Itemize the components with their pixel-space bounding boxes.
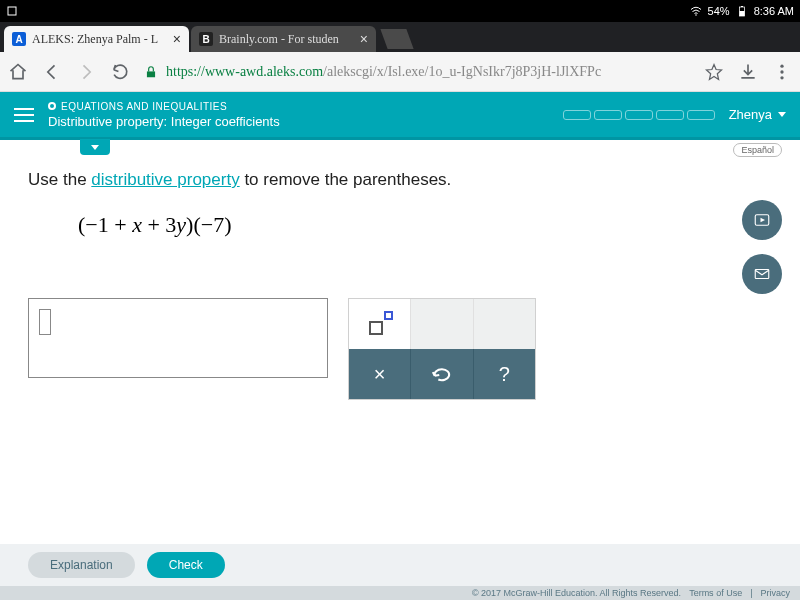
breadcrumb-text: EQUATIONS AND INEQUALITIES bbox=[61, 101, 227, 112]
privacy-link[interactable]: Privacy bbox=[760, 588, 790, 598]
browser-address-bar: https://www-awd.aleks.com/alekscgi/x/Isl… bbox=[0, 52, 800, 92]
clear-button[interactable]: × bbox=[349, 349, 411, 399]
action-bar: Explanation Check bbox=[0, 544, 800, 586]
mail-icon bbox=[753, 265, 771, 283]
close-tab-icon[interactable]: × bbox=[173, 31, 181, 47]
video-help-button[interactable] bbox=[742, 200, 782, 240]
lock-icon bbox=[144, 65, 158, 79]
breadcrumb: EQUATIONS AND INEQUALITIES bbox=[48, 101, 549, 112]
battery-percent: 54% bbox=[708, 5, 730, 17]
toolbox-empty-cell bbox=[411, 299, 473, 349]
bookmark-star-icon[interactable] bbox=[704, 62, 724, 82]
progress-segment bbox=[563, 110, 591, 120]
problem-area: Use the distributive property to remove … bbox=[0, 160, 800, 500]
terms-link[interactable]: Terms of Use bbox=[689, 588, 742, 598]
progress-segment bbox=[594, 110, 622, 120]
notification-icon bbox=[6, 5, 18, 17]
input-cursor bbox=[39, 309, 51, 335]
user-menu[interactable]: Zhenya bbox=[729, 107, 786, 122]
chevron-down-icon bbox=[91, 145, 99, 150]
undo-button[interactable] bbox=[411, 349, 473, 399]
instr-suffix: to remove the parentheses. bbox=[240, 170, 452, 189]
download-icon[interactable] bbox=[738, 62, 758, 82]
device-status-bar: 54% 8:36 AM bbox=[0, 0, 800, 22]
close-tab-icon[interactable]: × bbox=[360, 31, 368, 47]
url-host: https://www-awd.aleks.com bbox=[166, 64, 323, 79]
reload-icon[interactable] bbox=[110, 62, 130, 82]
svg-point-7 bbox=[780, 70, 783, 73]
undo-icon bbox=[431, 363, 453, 385]
exponent-tool-button[interactable] bbox=[349, 299, 411, 349]
browser-tab-aleks[interactable]: A ALEKS: Zhenya Palm - L × bbox=[4, 26, 189, 52]
home-icon[interactable] bbox=[8, 62, 28, 82]
glossary-link[interactable]: distributive property bbox=[91, 170, 239, 189]
svg-point-1 bbox=[695, 14, 697, 16]
browser-tab-brainly[interactable]: B Brainly.com - For studen × bbox=[191, 26, 376, 52]
battery-icon bbox=[736, 5, 748, 17]
page-footer: © 2017 McGraw-Hill Education. All Rights… bbox=[0, 586, 800, 600]
toolbox-empty-cell bbox=[474, 299, 535, 349]
svg-rect-10 bbox=[755, 270, 769, 279]
favicon-aleks: A bbox=[12, 32, 26, 46]
chevron-down-icon bbox=[778, 112, 786, 117]
answer-input[interactable] bbox=[28, 298, 328, 378]
favicon-brainly: B bbox=[199, 32, 213, 46]
math-expression: (−1 + x + 3y)(−7) bbox=[78, 212, 772, 238]
clock: 8:36 AM bbox=[754, 5, 794, 17]
progress-segment bbox=[687, 110, 715, 120]
tab-title: Brainly.com - For studen bbox=[219, 32, 354, 47]
help-button[interactable]: ? bbox=[474, 349, 535, 399]
instruction-text: Use the distributive property to remove … bbox=[28, 170, 772, 190]
expand-header-button[interactable] bbox=[80, 139, 110, 155]
copyright-text: © 2017 McGraw-Hill Education. All Rights… bbox=[472, 588, 681, 598]
progress-segment bbox=[656, 110, 684, 120]
url-path: /alekscgi/x/Isl.exe/1o_u-IgNsIkr7j8P3jH-… bbox=[323, 64, 601, 79]
message-instructor-button[interactable] bbox=[742, 254, 782, 294]
svg-rect-5 bbox=[147, 71, 155, 77]
instr-prefix: Use the bbox=[28, 170, 91, 189]
breadcrumb-dot-icon bbox=[48, 102, 56, 110]
new-tab-button[interactable] bbox=[380, 29, 413, 49]
wifi-icon bbox=[690, 5, 702, 17]
progress-segment bbox=[625, 110, 653, 120]
svg-point-8 bbox=[780, 76, 783, 79]
subheader: Español bbox=[0, 140, 800, 160]
forward-icon[interactable] bbox=[76, 62, 96, 82]
status-left bbox=[6, 5, 18, 17]
back-icon[interactable] bbox=[42, 62, 62, 82]
tab-title: ALEKS: Zhenya Palm - L bbox=[32, 32, 167, 47]
user-name: Zhenya bbox=[729, 107, 772, 122]
svg-rect-0 bbox=[8, 7, 16, 15]
menu-icon[interactable] bbox=[14, 108, 34, 122]
progress-indicator bbox=[563, 110, 715, 120]
language-toggle[interactable]: Español bbox=[733, 143, 782, 157]
svg-point-6 bbox=[780, 64, 783, 67]
svg-rect-4 bbox=[741, 6, 743, 7]
kebab-menu-icon[interactable] bbox=[772, 62, 792, 82]
browser-tab-strip: A ALEKS: Zhenya Palm - L × B Brainly.com… bbox=[0, 22, 800, 52]
explanation-button[interactable]: Explanation bbox=[28, 552, 135, 578]
math-toolbox: × ? bbox=[348, 298, 536, 400]
app-header: EQUATIONS AND INEQUALITIES Distributive … bbox=[0, 92, 800, 140]
page-title: Distributive property: Integer coefficie… bbox=[48, 114, 549, 129]
exponent-icon bbox=[369, 313, 391, 335]
svg-rect-3 bbox=[739, 11, 744, 16]
url-field[interactable]: https://www-awd.aleks.com/alekscgi/x/Isl… bbox=[144, 64, 690, 80]
play-icon bbox=[753, 211, 771, 229]
check-button[interactable]: Check bbox=[147, 552, 225, 578]
